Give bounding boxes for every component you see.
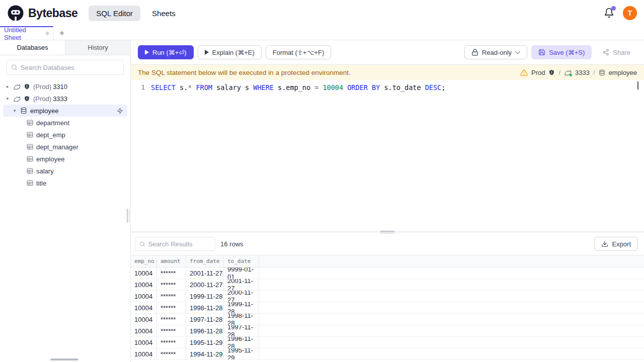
tab-dirty-indicator bbox=[46, 32, 49, 35]
result-row[interactable]: 10004 ****** 1999-11-28 2000-11-27 bbox=[131, 291, 644, 302]
export-button[interactable]: Export bbox=[594, 237, 638, 251]
sidebar-table-item[interactable]: salary bbox=[0, 165, 130, 177]
table-name: dept_emp bbox=[36, 131, 65, 139]
cell-amount[interactable]: ****** bbox=[157, 314, 186, 325]
caret-down-icon[interactable]: ▾ bbox=[5, 96, 10, 101]
row-count: 16 rows bbox=[220, 240, 244, 248]
cell-emp-no[interactable]: 10004 bbox=[131, 314, 157, 325]
sidebar-resize-handle[interactable] bbox=[127, 209, 130, 223]
cell-emp-no[interactable]: 10004 bbox=[131, 348, 157, 359]
sidebar-table-item[interactable]: title bbox=[0, 177, 130, 189]
cell-from-date[interactable]: 2000-11-27 bbox=[186, 279, 224, 290]
cell-to-date[interactable]: 1999-11-28 bbox=[224, 302, 259, 313]
notification-badge bbox=[611, 6, 616, 11]
cell-to-date[interactable]: 1996-11-28 bbox=[224, 337, 259, 348]
search-results-input[interactable] bbox=[148, 240, 211, 248]
caret-right-icon[interactable]: ▸ bbox=[5, 84, 10, 89]
cell-from-date[interactable]: 1999-11-28 bbox=[186, 291, 224, 302]
tab-history[interactable]: History bbox=[65, 40, 130, 55]
sql-token: s.emp_no bbox=[274, 83, 314, 92]
instance-item-3310[interactable]: ▸ (Prod)3310 bbox=[0, 80, 130, 93]
tab-databases[interactable]: Databases bbox=[0, 40, 65, 55]
cell-to-date[interactable]: 9999-01-01 bbox=[224, 267, 259, 279]
cell-amount[interactable]: ****** bbox=[157, 279, 186, 290]
nav-sheets[interactable]: Sheets bbox=[144, 6, 183, 21]
database-item-employee[interactable]: ▾ employee bbox=[3, 105, 127, 117]
column-header-amount[interactable]: amount bbox=[157, 255, 186, 267]
results-grid-body: 10004 ****** 2001-11-27 9999-01-01 10004… bbox=[131, 267, 644, 360]
cell-emp-no[interactable]: 10004 bbox=[131, 325, 157, 336]
cell-to-date[interactable]: 1997-11-28 bbox=[224, 325, 259, 336]
sidebar-table-item[interactable]: dept_emp bbox=[0, 129, 130, 141]
sql-token: DESC bbox=[425, 83, 442, 92]
cell-amount[interactable]: ****** bbox=[157, 302, 186, 313]
cell-to-date[interactable]: 2000-11-27 bbox=[224, 291, 259, 302]
table-icon bbox=[27, 144, 33, 150]
quick-action-button[interactable] bbox=[117, 108, 123, 114]
table-icon bbox=[27, 120, 33, 126]
cell-amount[interactable]: ****** bbox=[157, 291, 186, 302]
run-button[interactable]: Run (⌘+⏎) bbox=[138, 45, 194, 59]
cell-from-date[interactable]: 1994-11-29 bbox=[186, 348, 224, 359]
column-header-to_date[interactable]: to_date bbox=[224, 255, 259, 267]
mysql-dolphin-icon bbox=[13, 96, 21, 102]
cell-emp-no[interactable]: 10004 bbox=[131, 302, 157, 313]
result-row[interactable]: 10004 ****** 2000-11-27 2001-11-27 bbox=[131, 279, 644, 291]
result-row[interactable]: 10004 ****** 1997-11-28 1998-11-28 bbox=[131, 314, 644, 325]
explain-button[interactable]: Explain (⌘+E) bbox=[198, 45, 262, 59]
cell-amount[interactable]: ****** bbox=[157, 348, 186, 359]
instance-item-3333[interactable]: ▾ (Prod)3333 bbox=[0, 93, 130, 105]
cell-from-date[interactable]: 1998-11-28 bbox=[186, 302, 224, 313]
sidebar-table-item[interactable]: department bbox=[0, 117, 130, 129]
sql-editor-area[interactable]: 1 SELECT s.* FROM salary s WHERE s.emp_n… bbox=[131, 80, 644, 231]
save-button[interactable]: Save (⌘+S) bbox=[531, 45, 592, 59]
tab-untitled-sheet[interactable]: Untitled Sheet bbox=[0, 26, 53, 40]
cell-emp-no[interactable]: 10004 bbox=[131, 267, 157, 279]
readonly-mode-dropdown[interactable]: Read-only bbox=[464, 45, 527, 59]
instance-status-dot bbox=[570, 74, 572, 76]
result-row[interactable]: 10004 ****** 1998-11-28 1999-11-28 bbox=[131, 302, 644, 314]
table-name: dept_manager bbox=[36, 143, 78, 151]
results-resize-handle[interactable] bbox=[131, 231, 644, 233]
column-header-from_date[interactable]: from_date bbox=[186, 255, 224, 267]
add-sheet-button[interactable]: + bbox=[53, 26, 70, 40]
result-row[interactable]: 10004 ****** 1996-11-28 1997-11-28 bbox=[131, 325, 644, 337]
editor-toolbar: Run (⌘+⏎) Explain (⌘+E) Format (⇧+⌥+F) R… bbox=[131, 40, 644, 65]
cell-emp-no[interactable]: 10004 bbox=[131, 279, 157, 290]
sheet-tab-label: Untitled Sheet bbox=[4, 26, 42, 41]
sheet-tab-bar: Untitled Sheet + bbox=[0, 26, 644, 40]
results-header: 16 rows Export bbox=[131, 233, 644, 255]
cell-from-date[interactable]: 1996-11-28 bbox=[186, 325, 224, 336]
caret-down-icon[interactable]: ▾ bbox=[12, 108, 17, 113]
column-header-emp_no[interactable]: emp_no bbox=[131, 255, 157, 267]
mysql-dolphin-icon bbox=[13, 83, 21, 90]
notification-bell-button[interactable] bbox=[604, 8, 615, 19]
result-row[interactable]: 10004 ****** 2001-11-27 9999-01-01 bbox=[131, 267, 644, 279]
cell-amount[interactable]: ****** bbox=[157, 337, 186, 348]
cell-from-date[interactable]: 1997-11-28 bbox=[186, 314, 224, 325]
cell-to-date[interactable]: 2001-11-27 bbox=[224, 279, 259, 290]
result-row[interactable]: 10004 ****** 1995-11-29 1996-11-28 bbox=[131, 337, 644, 348]
nav-sql-editor[interactable]: SQL Editor bbox=[89, 6, 140, 21]
cell-amount[interactable]: ****** bbox=[157, 325, 186, 336]
cell-from-date[interactable]: 2001-11-27 bbox=[186, 267, 224, 279]
cell-to-date[interactable]: 1998-11-28 bbox=[224, 314, 259, 325]
cell-emp-no[interactable]: 10004 bbox=[131, 337, 157, 348]
sidebar-table-item[interactable]: dept_manager bbox=[0, 141, 130, 153]
format-button[interactable]: Format (⇧+⌥+F) bbox=[266, 45, 331, 59]
share-button[interactable]: Share bbox=[596, 45, 637, 59]
connection-breadcrumb: Prod / 3333 / bbox=[520, 69, 637, 76]
sql-statement: SELECT s.* FROM salary s WHERE s.emp_no … bbox=[151, 83, 445, 92]
cell-to-date[interactable]: 1995-11-29 bbox=[224, 348, 259, 359]
sidebar-horizontal-scrollbar[interactable] bbox=[50, 358, 78, 360]
sidebar-table-item[interactable]: employee bbox=[0, 153, 130, 165]
brand[interactable]: Bytebase bbox=[7, 5, 77, 22]
search-databases-input[interactable] bbox=[21, 64, 119, 71]
avatar[interactable]: T bbox=[623, 6, 637, 20]
cell-emp-no[interactable]: 10004 bbox=[131, 291, 157, 302]
cell-amount[interactable]: ****** bbox=[157, 267, 186, 279]
bytebase-app: Bytebase SQL Editor Sheets T Untitled Sh… bbox=[0, 0, 644, 362]
table-name: department bbox=[36, 119, 69, 127]
cell-from-date[interactable]: 1995-11-29 bbox=[186, 337, 224, 348]
result-row[interactable]: 10004 ****** 1994-11-29 1995-11-29 bbox=[131, 348, 644, 360]
